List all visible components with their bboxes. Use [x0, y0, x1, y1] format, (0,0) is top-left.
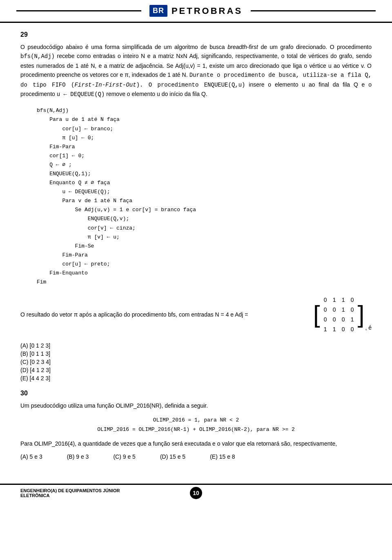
code-line-14: cor[v] ← cinza; [37, 224, 372, 233]
code-line-13: ENQUEUE(Q,v); [37, 214, 372, 223]
matrix-values: 0 1 1 0 0 0 1 0 0 0 0 1 1 1 0 0 [321, 295, 357, 334]
q29-answer-d: (D) [4 1 2 3] [20, 367, 372, 373]
matrix-cell-31: 1 [330, 324, 339, 334]
q30-answer-c: (C) 9 e 5 [113, 453, 135, 460]
durante-inline: Durante o procedimento de busca, utiliza… [20, 72, 372, 88]
question-30-question-text: Para OLIMP_2016(4), a quantidade de veze… [20, 439, 372, 448]
q30-answer-a: (A) 5 e 3 [20, 453, 42, 460]
code-line-20: Fim [37, 278, 372, 287]
matrix-right-bracket: ] [358, 302, 365, 327]
bfs-code-block: bfs(N,Adj) Para u de 1 até N faça cor[u]… [37, 106, 372, 287]
code-line-15: π [v] ← u; [37, 233, 372, 242]
code-line-5: Fim-Para [37, 143, 372, 152]
code-line-6: cor[1] ← 0; [37, 152, 372, 161]
matrix-result-section: O resultado do vetor π após a aplicação … [20, 295, 372, 334]
q29-answer-e: (E) [4 4 2 3] [20, 375, 372, 382]
matrix-cell-03: 0 [348, 295, 357, 305]
q30-answer-b: (B) 9 e 3 [67, 453, 89, 460]
q30-formula-block: OLIMP_2016 = 1, para NR < 2 OLIMP_2016 =… [20, 415, 372, 435]
q30-answer-e: (E) 15 e 8 [210, 453, 235, 460]
code-line-1: bfs(N,Adj) [37, 106, 372, 115]
question-30-intro: Um pseudocódigo utiliza uma função OLIMP… [20, 401, 372, 410]
question-30-section: 30 Um pseudocódigo utiliza uma função OL… [20, 390, 372, 460]
code-line-3: cor[u] ← branco; [37, 125, 372, 134]
main-content: 29 O pseudocódigo abaixo é uma forma sim… [0, 23, 392, 471]
code-line-9: Enquanto Q ≠ ∅ faça [37, 178, 372, 187]
matrix-cell-11: 0 [330, 305, 339, 315]
code-line-16: Fim-Se [37, 242, 372, 251]
matrix-result-text: O resultado do vetor π após a aplicação … [20, 310, 307, 319]
q30-formula-2: OLIMP_2016 = OLIMP_2016(NR-1) + OLIMP_20… [20, 425, 372, 434]
matrix-cell-32: 0 [339, 324, 348, 334]
footer-job-title: ENGENHEIRO(A) DE EQUIPAMENTOS JÚNIOR ELE… [20, 488, 120, 498]
matrix-cell-20: 0 [321, 315, 330, 324]
matrix-cell-13: 0 [348, 305, 357, 315]
code-line-4: π [u] ← 0; [37, 134, 372, 143]
matrix-cell-33: 0 [348, 324, 357, 334]
footer-line1: ENGENHEIRO(A) DE EQUIPAMENTOS JÚNIOR [20, 488, 120, 493]
matrix-comma: , é [365, 324, 372, 331]
page-header: BR PETROBRAS [0, 0, 392, 23]
header-line-left [16, 10, 141, 11]
question-30-number: 30 [20, 390, 372, 397]
matrix-container: [ 0 1 1 0 0 0 1 0 0 0 0 1 1 1 0 0 ] , é [313, 295, 372, 334]
code-line-17: Fim-Para [37, 251, 372, 260]
question-29-number: 29 [20, 31, 372, 38]
matrix-cell-01: 1 [330, 295, 339, 305]
q30-answer-d: (D) 15 e 5 [160, 453, 185, 460]
code-line-11: Para v de 1 até N faça [37, 196, 372, 205]
petrobras-logo-text: PETROBRAS [172, 6, 243, 16]
code-line-2: Para u de 1 até N faça [37, 115, 372, 124]
q29-answers: (A) [0 1 2 3] (B) [0 1 1 3] (C) [0 2 3 4… [20, 342, 372, 382]
q29-answer-b: (B) [0 1 1 3] [20, 350, 372, 357]
header-line-right [251, 10, 376, 11]
matrix-cell-21: 0 [330, 315, 339, 324]
page-number: 10 [190, 487, 202, 499]
footer-line2: ELETRÔNICA [20, 493, 120, 498]
question-29-intro: O pseudocódigo abaixo é uma forma simpli… [20, 42, 372, 99]
header-logo: BR PETROBRAS [149, 5, 243, 17]
fifo-italic: First-In-First-Out [74, 82, 136, 88]
matrix-cell-23: 1 [348, 315, 357, 324]
code-line-10: u ← DEQUEUE(Q); [37, 187, 372, 196]
q29-answer-a: (A) [0 1 2 3] [20, 342, 372, 349]
code-line-7: Q ← ∅ ; [37, 161, 372, 170]
bfs-proc-inline: bfs(N,Adj) [20, 53, 55, 60]
q30-answers-row: (A) 5 e 3 (B) 9 e 3 (C) 9 e 5 (D) 15 e 5… [20, 453, 372, 460]
page-footer: ENGENHEIRO(A) DE EQUIPAMENTOS JÚNIOR ELE… [0, 484, 392, 501]
dequeue-inline: u ← DEQUEUE(Q) [57, 91, 105, 98]
matrix-cell-30: 1 [321, 324, 330, 334]
matrix-cell-00: 0 [321, 295, 330, 305]
matrix-cell-12: 1 [339, 305, 348, 315]
code-line-19: Fim-Enquanto [37, 269, 372, 278]
matrix-cell-22: 0 [339, 315, 348, 324]
br-logo: BR [149, 5, 167, 17]
matrix-cell-02: 1 [339, 295, 348, 305]
code-line-8: ENQUEUE(Q,1); [37, 170, 372, 178]
matrix-left-bracket: [ [313, 302, 320, 327]
code-line-18: cor[u] ← preto; [37, 260, 372, 269]
matrix-cell-10: 0 [321, 305, 330, 315]
code-line-12: Se Adj(u,v) = 1 e cor[v] = branco faça [37, 205, 372, 214]
q30-formula-1: OLIMP_2016 = 1, para NR < 2 [20, 415, 372, 425]
breadth-first-italic: breadth-first [227, 44, 258, 50]
q29-answer-c: (C) [0 2 3 4] [20, 359, 372, 365]
